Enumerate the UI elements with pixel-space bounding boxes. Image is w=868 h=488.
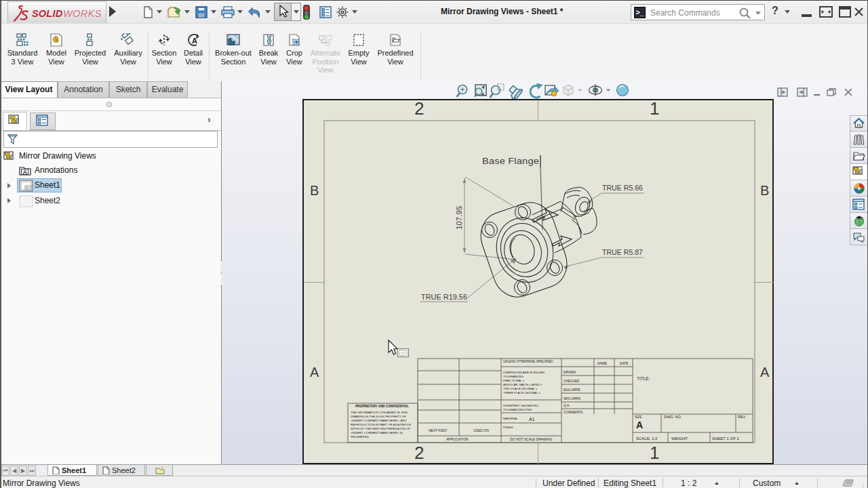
svg-text:ENG APPR.: ENG APPR.	[564, 388, 581, 392]
svg-text:SIZE: SIZE	[635, 415, 642, 419]
svg-text:WORKS: WORKS	[63, 8, 102, 19]
svg-text:PROPRIETARY AND CONFIDENTIAL: PROPRIETARY AND CONFIDENTIAL	[355, 405, 409, 408]
svg-text:WITHOUT THE WRITTEN PERMISSION: WITHOUT THE WRITTEN PERMISSION OF	[351, 427, 410, 430]
svg-text:THE INFORMATION CONTAINED IN T: THE INFORMATION CONTAINED IN THIS	[351, 411, 408, 414]
svg-text:PROHIBITED.: PROHIBITED.	[351, 435, 370, 439]
svg-text:DRAWN: DRAWN	[564, 371, 576, 374]
svg-text:COMMENTS:: COMMENTS:	[564, 411, 583, 414]
svg-text:107.95: 107.95	[455, 206, 463, 230]
svg-text:NAME: NAME	[597, 362, 607, 365]
svg-text:MFG APPR.: MFG APPR.	[564, 397, 581, 401]
svg-text:THREE PLACE DECIMAL ±: THREE PLACE DECIMAL ±	[503, 391, 540, 394]
svg-text:MATERIAL: MATERIAL	[503, 417, 518, 420]
svg-text:DATE: DATE	[620, 362, 628, 365]
svg-text:INTERPRET GEOMETRIC: INTERPRET GEOMETRIC	[503, 404, 539, 407]
svg-text:WEIGHT:: WEIGHT:	[671, 436, 688, 441]
svg-text:<INSERT COMPANY NAME HERE> IS: <INSERT COMPANY NAME HERE> IS	[351, 431, 403, 434]
svg-text:APPLICATION: APPLICATION	[446, 437, 469, 441]
svg-text:DIMENSIONS ARE IN INCHES: DIMENSIONS ARE IN INCHES	[503, 371, 545, 374]
svg-text:SOLID: SOLID	[32, 8, 63, 19]
svg-text:CHECKED: CHECKED	[564, 380, 580, 383]
svg-text:TOLERANCING PER:: TOLERANCING PER:	[503, 408, 532, 411]
svg-text:<INSERT COMPANY NAME HERE>. AN: <INSERT COMPANY NAME HERE>. ANY	[351, 419, 407, 422]
svg-text:TRUE R5.66: TRUE R5.66	[602, 184, 643, 192]
svg-text:A: A	[23, 169, 28, 176]
svg-text:DRAWING IS THE SOLE PROPERTY O: DRAWING IS THE SOLE PROPERTY OF	[351, 415, 406, 418]
svg-text:TITLE:: TITLE:	[637, 376, 650, 381]
svg-text:A: A	[192, 37, 197, 45]
svg-text:ANGULAR: MACH ± BEND ±: ANGULAR: MACH ± BEND ±	[503, 383, 542, 386]
svg-text:TRUE R19.56: TRUE R19.56	[421, 293, 467, 301]
svg-text:DWG. NO.: DWG. NO.	[664, 415, 682, 419]
svg-text:USED ON: USED ON	[473, 428, 489, 432]
svg-text:TWO PLACE DECIMAL ±: TWO PLACE DECIMAL ±	[503, 387, 538, 390]
svg-text:FINISH: FINISH	[503, 426, 513, 429]
svg-text:UNLESS OTHERWISE SPECIFIED:: UNLESS OTHERWISE SPECIFIED:	[503, 360, 553, 363]
svg-text:DO NOT SCALE DRAWING: DO NOT SCALE DRAWING	[510, 437, 553, 441]
svg-text:TOLERANCES:: TOLERANCES:	[503, 375, 524, 378]
svg-text:REV: REV	[738, 415, 746, 419]
svg-text:SCALE: 1:2: SCALE: 1:2	[636, 436, 658, 441]
svg-text:A: A	[636, 420, 643, 430]
svg-text:SHEET 1 OF 2: SHEET 1 OF 2	[712, 436, 740, 441]
svg-text:NEXT ASSY: NEXT ASSY	[429, 428, 448, 432]
svg-text:FRACTIONAL ±: FRACTIONAL ±	[503, 379, 525, 382]
svg-text:TRUE R5.87: TRUE R5.87	[602, 248, 643, 256]
svg-text:REPRODUCTION IN PART OR AS A W: REPRODUCTION IN PART OR AS A WHOLE	[351, 423, 411, 426]
svg-text:Base Flange: Base Flange	[482, 156, 539, 166]
svg-text:Q.A.: Q.A.	[564, 404, 570, 407]
svg-text:A1: A1	[529, 417, 535, 422]
